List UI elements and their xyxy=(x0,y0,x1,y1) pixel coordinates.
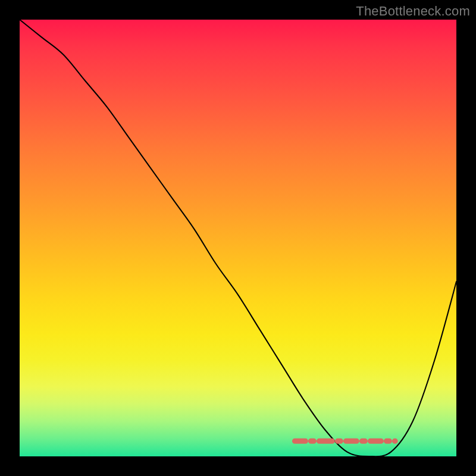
chart-svg xyxy=(20,20,456,456)
chart-plot-area xyxy=(20,20,456,456)
bottleneck-curve xyxy=(20,20,456,456)
attribution-text: TheBottleneck.com xyxy=(356,4,470,19)
